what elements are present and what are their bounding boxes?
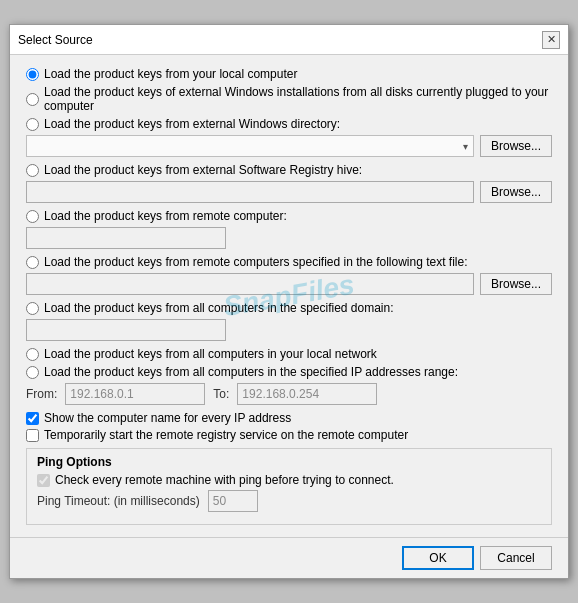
to-ip-input[interactable] xyxy=(237,383,377,405)
option-label-8[interactable]: Load the product keys from all computers… xyxy=(26,347,377,361)
option-text-7: Load the product keys from all computers… xyxy=(44,301,394,315)
ping-checkbox-label: Check every remote machine with ping bef… xyxy=(37,473,394,487)
checkbox-text-1: Show the computer name for every IP addr… xyxy=(44,411,291,425)
option-row-6: Load the product keys from remote comput… xyxy=(26,255,552,269)
from-ip-input[interactable] xyxy=(65,383,205,405)
ping-checkbox-row: Check every remote machine with ping bef… xyxy=(37,473,541,487)
radio-opt2[interactable] xyxy=(26,93,39,106)
radio-opt3[interactable] xyxy=(26,118,39,131)
option-label-1[interactable]: Load the product keys from your local co… xyxy=(26,67,297,81)
radio-opt5[interactable] xyxy=(26,210,39,223)
option-text-8: Load the product keys from all computers… xyxy=(44,347,377,361)
cancel-button[interactable]: Cancel xyxy=(480,546,552,570)
option-label-9[interactable]: Load the product keys from all computers… xyxy=(26,365,458,379)
from-label: From: xyxy=(26,387,57,401)
browse-btn-3[interactable]: Browse... xyxy=(480,135,552,157)
option-label-3[interactable]: Load the product keys from external Wind… xyxy=(26,117,340,131)
text-file-input[interactable] xyxy=(26,273,474,295)
dialog-title: Select Source xyxy=(18,33,93,47)
ping-check-text: Check every remote machine with ping bef… xyxy=(55,473,394,487)
browse-btn-6[interactable]: Browse... xyxy=(480,273,552,295)
option-row-8: Load the product keys from all computers… xyxy=(26,347,552,361)
ip-range-row: From: To: xyxy=(26,383,552,405)
checkbox-label-2[interactable]: Temporarily start the remote registry se… xyxy=(26,428,408,442)
option-row-4: Load the product keys from external Soft… xyxy=(26,163,552,177)
option-text-9: Load the product keys from all computers… xyxy=(44,365,458,379)
dropdown-row-3: Browse... xyxy=(26,135,552,157)
to-label: To: xyxy=(213,387,229,401)
windows-dir-dropdown[interactable] xyxy=(26,135,474,157)
domain-input[interactable] xyxy=(26,319,226,341)
option-text-3: Load the product keys from external Wind… xyxy=(44,117,340,131)
input-row-4: Browse... xyxy=(26,181,552,203)
option-label-7[interactable]: Load the product keys from all computers… xyxy=(26,301,394,315)
ping-section: Ping Options Check every remote machine … xyxy=(26,448,552,525)
input-row-6: Browse... xyxy=(26,273,552,295)
checkbox-registry-service[interactable] xyxy=(26,429,39,442)
registry-hive-input[interactable] xyxy=(26,181,474,203)
dialog-inner: Load the product keys from your local co… xyxy=(10,55,568,537)
option-row-3: Load the product keys from external Wind… xyxy=(26,117,552,131)
option-row-2: Load the product keys of external Window… xyxy=(26,85,552,113)
select-source-dialog: Select Source ✕ Load the product keys fr… xyxy=(9,24,569,579)
ping-timeout-label: Ping Timeout: (in milliseconds) xyxy=(37,494,200,508)
ping-check-checkbox[interactable] xyxy=(37,474,50,487)
browse-btn-4[interactable]: Browse... xyxy=(480,181,552,203)
option-text-2: Load the product keys of external Window… xyxy=(44,85,552,113)
title-bar: Select Source ✕ xyxy=(10,25,568,55)
option-row-5: Load the product keys from remote comput… xyxy=(26,209,552,223)
close-button[interactable]: ✕ xyxy=(542,31,560,49)
radio-opt6[interactable] xyxy=(26,256,39,269)
ping-title: Ping Options xyxy=(37,455,541,469)
radio-opt4[interactable] xyxy=(26,164,39,177)
option-text-6: Load the product keys from remote comput… xyxy=(44,255,468,269)
radio-opt8[interactable] xyxy=(26,348,39,361)
input-row-7 xyxy=(26,319,552,341)
radio-opt7[interactable] xyxy=(26,302,39,315)
checkbox-text-2: Temporarily start the remote registry se… xyxy=(44,428,408,442)
option-label-4[interactable]: Load the product keys from external Soft… xyxy=(26,163,362,177)
ping-timeout-row: Ping Timeout: (in milliseconds) xyxy=(37,490,541,512)
option-text-4: Load the product keys from external Soft… xyxy=(44,163,362,177)
option-label-5[interactable]: Load the product keys from remote comput… xyxy=(26,209,287,223)
option-text-1: Load the product keys from your local co… xyxy=(44,67,297,81)
footer: OK Cancel xyxy=(10,537,568,578)
checkbox-row-1: Show the computer name for every IP addr… xyxy=(26,411,552,425)
radio-opt9[interactable] xyxy=(26,366,39,379)
checkbox-label-1[interactable]: Show the computer name for every IP addr… xyxy=(26,411,291,425)
option-row-9: Load the product keys from all computers… xyxy=(26,365,552,379)
option-label-6[interactable]: Load the product keys from remote comput… xyxy=(26,255,468,269)
option-row-1: Load the product keys from your local co… xyxy=(26,67,552,81)
option-row-7: Load the product keys from all computers… xyxy=(26,301,552,315)
checkbox-ip-name[interactable] xyxy=(26,412,39,425)
ok-button[interactable]: OK xyxy=(402,546,474,570)
remote-computer-input[interactable] xyxy=(26,227,226,249)
dropdown-wrapper-3 xyxy=(26,135,474,157)
option-text-5: Load the product keys from remote comput… xyxy=(44,209,287,223)
content-area: Load the product keys from your local co… xyxy=(10,55,568,537)
radio-opt1[interactable] xyxy=(26,68,39,81)
checkbox-row-2: Temporarily start the remote registry se… xyxy=(26,428,552,442)
option-label-2[interactable]: Load the product keys of external Window… xyxy=(26,85,552,113)
ping-timeout-input[interactable] xyxy=(208,490,258,512)
input-row-5 xyxy=(26,227,552,249)
